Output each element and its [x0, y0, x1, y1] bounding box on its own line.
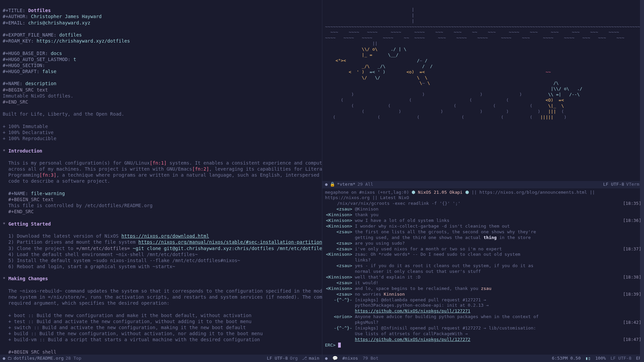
erc-message: https://github.com/NixOS/nixpkgs/pull/12…	[325, 308, 641, 314]
erc-topic: megaphone on #nixos (+nrt,lag:0) ⬢ NixOS…	[325, 190, 641, 201]
body-text: This is my personal configuration(s) for…	[3, 160, 150, 166]
erc-timestamp: [18:42]	[623, 320, 641, 325]
major-mode[interactable]: VTerm	[626, 182, 639, 187]
erc-message: Use lists of attrsets for callPackageWit…	[325, 331, 641, 337]
erc-message: <zsau>are you using sudo?	[325, 241, 641, 246]
erc-nick: <Kinnison>	[325, 275, 354, 280]
erc-window[interactable]: megaphone on #nixos (+nrt,lag:0) ⬢ NixOS…	[322, 188, 644, 362]
erc-message: getting used, and the third one shows th…	[325, 235, 641, 241]
erc-text: it would!	[354, 280, 641, 286]
battery-pct: 100%	[595, 356, 606, 361]
body-text: Programming	[3, 172, 40, 178]
modified-icon: ●	[3, 356, 5, 361]
encoding: LF UTF-8	[610, 356, 632, 361]
erc-message: <zsau>@Kinnison	[325, 206, 641, 212]
erc-nick: <orion>	[325, 314, 354, 320]
erc-text: https://github.com/NixOS/nixpkgs/pull/12…	[354, 337, 641, 343]
link[interactable]: https://nixos.org/download.html	[121, 233, 209, 239]
erc-buffer[interactable]: megaphone on #nixos (+nrt,lag:0) ⬢ NixOS…	[322, 188, 644, 355]
modified-icon: ●	[325, 182, 328, 187]
org-keyword: #+NAME:	[3, 81, 22, 86]
org-heading[interactable]: Getting Started	[8, 221, 51, 227]
org-value: false	[42, 69, 56, 74]
erc-text: pkgsMusl?[18:42]	[354, 320, 641, 325]
editor-modeline: ● 🗀 dotfiles/README.org 28 Top LF UTF-8 …	[0, 355, 322, 362]
lock-icon: 🔒	[330, 182, 335, 187]
clock: 6:53PM 0.50	[552, 356, 581, 361]
editor-buffer[interactable]: #+TITLE: Dotfiles #+AUTHOR: Christopher …	[0, 0, 322, 355]
body-text: systems. It enables a consistent experie…	[167, 160, 322, 166]
erc-message: pkgsMusl?[18:42]	[325, 320, 641, 325]
erc-text: [nixpkgs] @dotlambda opened pull request…	[354, 297, 641, 303]
erc-nick: <Kinnison>	[325, 218, 354, 224]
cursor: _	[338, 343, 341, 348]
body-text: new system in =/nix/store/=, runs the ac…	[3, 294, 322, 300]
org-keyword: #+AUTHOR:	[3, 14, 28, 19]
vterm-window[interactable]: | | | ~~~~~~~~~~~~~~~~~~~~~~~~~~~~~~~~~~…	[322, 0, 644, 188]
org-value: https://chrishayward.xyz/dotfiles	[37, 38, 130, 44]
erc-message: <zsau>it would!	[325, 280, 641, 286]
encoding: LF UTF-8	[603, 182, 624, 187]
body-text: Built for Life, Liberty, and the Open Ro…	[3, 111, 124, 117]
erc-text: the first one lists all the gcroots, the…	[354, 229, 641, 235]
erc-timestamp: [18:37]	[623, 246, 641, 252]
vterm-buffer[interactable]: | | | ~~~~~~~~~~~~~~~~~~~~~~~~~~~~~~~~~~…	[322, 0, 644, 181]
erc-nick: <Kinnison>	[325, 252, 354, 257]
erc-message: <Kinnison>and lo, space begins to be rec…	[325, 286, 641, 292]
body-text: required argument, which specifies the d…	[3, 300, 169, 306]
org-heading[interactable]: Introduction	[8, 148, 42, 154]
erc-modeline: ● 💬 #nixos 79 Bot 6:53PM 0.50 ▮▯ 100% LF…	[322, 355, 644, 362]
erc-topic-cont: /nix/var/nix/gcroots -exec readlink -f '…	[325, 201, 641, 206]
list-item: 3) Clone the project to	[3, 246, 76, 251]
erc-text: @Kinnison	[354, 206, 641, 212]
erc-text: are you using sudo?	[354, 241, 641, 246]
erc-prompt[interactable]: ERC> _	[325, 343, 641, 348]
erc-timestamp: [18:36]	[623, 218, 641, 224]
buffer-name[interactable]: #nixos	[342, 356, 358, 361]
erc-nick	[325, 337, 354, 343]
erc-message: <orion>Anyone have advice for building p…	[325, 314, 641, 320]
org-begin-src: #+BEGIN_SRC text	[3, 87, 48, 93]
erc-text: normal user it only cleans out that user…	[354, 269, 641, 275]
erc-nick: <zsau>	[325, 246, 354, 252]
list-item: + switch :: Build and activate the new c…	[3, 325, 246, 330]
org-heading[interactable]: Making Changes	[8, 276, 48, 281]
erc-nick: <zsau>	[325, 263, 354, 269]
link[interactable]: https://nixos.org/manual/nixos/stable/#s…	[139, 239, 322, 245]
cursor-position: 29 All	[358, 182, 373, 187]
erc-nick: <zsau>	[325, 206, 354, 212]
footnote[interactable]: [fn:1]	[150, 160, 167, 166]
erc-message: <zsau>no worries Kinnison[18:39]	[325, 292, 641, 297]
org-keyword: #+EXPORT_FILE_NAME:	[3, 32, 56, 38]
org-value: chris@chrishayward.xyz	[28, 20, 90, 25]
erc-text: [nixpkgs] @Infinisil opened pull request…	[354, 325, 641, 331]
erc-message: python3Packages.python-ecobee-api: init …	[325, 303, 641, 308]
footnote[interactable]: [fn:3]	[40, 172, 57, 178]
bullet: + 100% Immutable	[3, 124, 48, 129]
org-value: t	[73, 57, 76, 62]
erc-nick	[325, 257, 354, 263]
buffer-name[interactable]: dotfiles/README.org	[14, 356, 64, 361]
erc-message: <Kinnison>well that'd explain it :D[18:3…	[325, 275, 641, 280]
major-mode[interactable]: Org	[290, 356, 298, 361]
org-end-src: #+END_SRC	[3, 209, 34, 214]
list-item: + build :: Build the new configuration, …	[3, 331, 263, 336]
body-text: , leveraging its capabilities for Litera…	[209, 166, 322, 172]
erc-nick: <zsau>	[325, 241, 354, 246]
erc-nick: <zsau>	[325, 280, 354, 286]
buffer-name[interactable]: *vterm*	[337, 182, 356, 187]
org-begin-src: #+BEGIN_SRC text	[3, 197, 54, 202]
org-star: *	[3, 276, 5, 281]
erc-message: <Kinnison>thank you	[325, 212, 641, 218]
cursor-position: 28 Top	[66, 356, 82, 361]
list-item: 2) Partition drives and mount the file s…	[3, 239, 139, 245]
footnote[interactable]: [fn:2]	[192, 166, 209, 172]
org-value: Christopher James Hayward	[31, 14, 102, 19]
erc-nick	[325, 269, 354, 275]
git-branch[interactable]: main	[309, 356, 319, 361]
erc-text: getting used, and the third one shows th…	[354, 235, 641, 241]
bullet: + 100% Reproducible	[3, 136, 56, 141]
bullet: + 100% Declarative	[3, 130, 54, 135]
editor-window[interactable]: #+TITLE: Dotfiles #+AUTHOR: Christopher …	[0, 0, 322, 362]
erc-nick	[325, 303, 354, 308]
